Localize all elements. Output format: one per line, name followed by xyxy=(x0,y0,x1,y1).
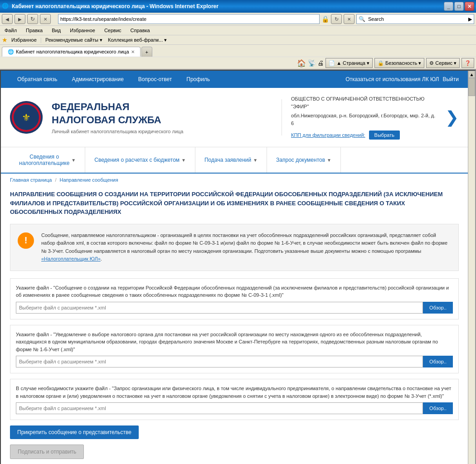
file-input-0[interactable] xyxy=(16,302,423,314)
kpp-select-button[interactable]: Выбрать xyxy=(369,130,400,140)
scrollbar[interactable]: ▲ ▼ xyxy=(468,71,475,464)
fns-name-line1: ФЕДЕРАЛЬНАЯ xyxy=(52,101,272,114)
submit-row: Подписать и отправить xyxy=(10,445,459,459)
browse-button-1[interactable]: Обзор.. xyxy=(423,356,453,367)
web-fragments-button[interactable]: Коллекция веб-фрагм... ▾ xyxy=(106,37,169,44)
page-icon: 📄 xyxy=(329,60,335,66)
file-group-2: В случае необходимости укажите файл - "З… xyxy=(10,379,459,420)
forward-button[interactable]: ▶ xyxy=(15,14,25,24)
print-icon[interactable]: 🖨 xyxy=(317,59,324,67)
sec-nav-documents[interactable]: Запрос документов ▼ xyxy=(267,147,341,173)
action-row: Прикрепить сообщение о представительстве xyxy=(10,425,459,439)
refresh-small-button[interactable]: ↻ xyxy=(331,14,342,24)
taxpayer-program-link[interactable]: «Налогоплательщик ЮЛ» xyxy=(41,256,101,261)
nav-feedback[interactable]: Обратная связь xyxy=(10,71,64,88)
page-title-section: НАПРАВЛЕНИЕ СООБЩЕНИЯ О СОЗДАНИИ НА ТЕРР… xyxy=(1,186,468,224)
svg-text:⚜: ⚜ xyxy=(22,112,31,123)
recommended-sites-button[interactable]: Рекомендуемые сайты ▾ xyxy=(44,37,104,44)
new-tab-button[interactable]: + xyxy=(141,47,152,57)
gear-icon: ⚙ xyxy=(429,60,434,66)
tab-label: Кабинет налогоплательщика юридического л… xyxy=(16,49,129,54)
fns-subtitle: Личный кабинет налогоплательщика юридиче… xyxy=(52,129,272,134)
service-button[interactable]: ⚙ Сервис ▾ xyxy=(426,58,460,68)
back-button[interactable]: ◀ xyxy=(2,14,13,24)
fns-logo: ⚜ xyxy=(10,101,43,134)
help-icon: ❓ xyxy=(465,60,471,66)
next-arrow-button[interactable]: ❯ xyxy=(445,108,459,127)
breadcrumb-current: Направление сообщения xyxy=(60,177,118,183)
file-group-0: Укажите файл - "Сообщение о создании на … xyxy=(10,278,459,319)
menu-tools[interactable]: Сервис xyxy=(102,27,124,34)
favorites-button[interactable]: Избранное xyxy=(10,37,39,43)
stop-small-button[interactable]: ✕ xyxy=(344,14,355,24)
breadcrumb-separator: / xyxy=(55,177,56,183)
sec-nav-budget[interactable]: Сведения о расчетах с бюджетом ▼ xyxy=(85,147,195,173)
company-address: обл.Нижегородская, р-н. Богородский, г.Б… xyxy=(291,112,436,127)
search-input[interactable] xyxy=(366,14,467,24)
nav-toolbar: ◀ ▶ ↻ ✕ 🔒 ↻ ✕ 🔍 ▶ xyxy=(0,13,476,26)
file-input-1[interactable] xyxy=(16,356,423,367)
favorites-star-icon: ★ xyxy=(2,36,8,44)
security-icon: 🔒 xyxy=(378,60,384,66)
nav-logout-lk[interactable]: Отказаться от использования ЛК ЮЛ xyxy=(345,76,439,82)
file-label-1: Укажите файл - "Уведомление о выборе нал… xyxy=(16,331,453,353)
security-button[interactable]: 🔒 Безопасность ▾ xyxy=(374,58,424,68)
menu-file[interactable]: Файл xyxy=(2,27,19,34)
breadcrumb-home[interactable]: Главная страница xyxy=(10,177,52,183)
sec-nav-applications-label: Подача заявлений xyxy=(204,157,251,163)
file-input-row-2: Обзор.. xyxy=(16,402,453,414)
file-input-row-0: Обзор.. xyxy=(16,302,453,314)
search-engine-icon: 🔍 xyxy=(359,16,365,22)
chevron-down-icon-1: ▼ xyxy=(181,158,186,163)
menu-help[interactable]: Справка xyxy=(128,27,153,34)
nav-profile[interactable]: Профиль xyxy=(179,71,217,88)
window-icon: 🌐 xyxy=(2,3,9,10)
sec-nav-taxpayer[interactable]: Сведения о налогоплательщике ▼ xyxy=(10,147,85,173)
sec-nav-budget-label: Сведения о расчетах с бюджетом xyxy=(94,157,180,163)
site-nav-right: Отказаться от использования ЛК ЮЛ Выйти xyxy=(345,76,459,82)
file-input-row-1: Обзор.. xyxy=(16,356,453,367)
tab-bar: 🌐 Кабинет налогоплательщика юридического… xyxy=(0,45,476,57)
address-bar[interactable] xyxy=(58,14,320,24)
file-label-0: Укажите файл - "Сообщение о создании на … xyxy=(16,284,453,299)
sec-nav-applications[interactable]: Подача заявлений ▼ xyxy=(195,147,267,173)
search-go-icon[interactable]: ▶ xyxy=(468,16,472,22)
maximize-button[interactable]: □ xyxy=(454,2,464,11)
ssl-lock-icon: 🔒 xyxy=(321,15,329,23)
browse-button-0[interactable]: Обзор.. xyxy=(423,302,453,314)
menu-bar: Файл Правка Вид Избранное Сервис Справка xyxy=(0,26,476,35)
service-button-label: Сервис ▾ xyxy=(435,60,457,66)
refresh-button[interactable]: ↻ xyxy=(27,14,38,24)
menu-edit[interactable]: Правка xyxy=(23,27,45,34)
page-toolbar: 🏠 📡 🖨 📄 ▲ Страница ▾ 🔒 Безопасность ▾ ⚙ … xyxy=(0,57,476,69)
menu-view[interactable]: Вид xyxy=(49,27,63,34)
tab-0[interactable]: 🌐 Кабинет налогоплательщика юридического… xyxy=(2,47,141,57)
page-title: НАПРАВЛЕНИЕ СООБЩЕНИЯ О СОЗДАНИИ НА ТЕРР… xyxy=(10,190,459,217)
browser-content: Обратная связь Администрирование Вопрос-… xyxy=(0,70,476,464)
nav-admin[interactable]: Администрирование xyxy=(64,71,131,88)
file-label-2: В случае необходимости укажите файл - "З… xyxy=(16,385,453,400)
page-button[interactable]: 📄 ▲ Страница ▾ xyxy=(325,58,373,68)
tab-favicon: 🌐 xyxy=(8,49,14,55)
breadcrumb: Главная страница / Направление сообщения xyxy=(1,174,468,186)
browse-button-2[interactable]: Обзор.. xyxy=(423,402,453,414)
file-group-1: Укажите файл - "Уведомление о выборе нал… xyxy=(10,325,459,374)
site-header: ⚜ ФЕДЕРАЛЬНАЯ НАЛОГОВАЯ СЛУЖБА Личный ка… xyxy=(1,88,468,147)
nav-logout[interactable]: Выйти xyxy=(442,76,459,82)
stop-button[interactable]: ✕ xyxy=(40,14,51,24)
fns-name-line2: НАЛОГОВАЯ СЛУЖБА xyxy=(52,114,272,127)
kpp-link[interactable]: КПП для фильтрации сведений: xyxy=(291,131,365,139)
info-text: Сообщение, направляемое налогоплательщик… xyxy=(41,232,451,263)
minimize-button[interactable]: _ xyxy=(444,2,453,11)
rss-icon[interactable]: 📡 xyxy=(308,59,316,67)
menu-favorites[interactable]: Избранное xyxy=(67,27,98,34)
tab-close-icon[interactable]: ✕ xyxy=(131,49,135,54)
submit-button: Подписать и отправить xyxy=(10,445,84,459)
home-icon[interactable]: 🏠 xyxy=(297,59,306,68)
chevron-down-icon-2: ▼ xyxy=(253,158,257,163)
file-input-2[interactable] xyxy=(16,402,423,414)
help-button[interactable]: ❓ xyxy=(461,58,474,68)
close-button[interactable]: ✕ xyxy=(465,2,474,11)
nav-qa[interactable]: Вопрос-ответ xyxy=(131,71,179,88)
attach-button[interactable]: Прикрепить сообщение о представительстве xyxy=(10,425,139,439)
